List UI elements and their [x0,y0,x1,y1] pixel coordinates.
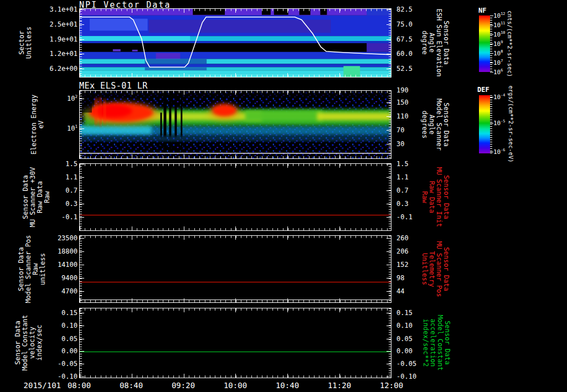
colorbar-major-tick [490,53,493,54]
y-major-tick [386,9,391,10]
panel4-right-axis-label: Sensor DataMU Scanner PosTelemetryUnitle… [421,241,450,297]
y-major-tick [80,164,84,164]
data-trace-line [80,352,391,352]
y-major-tick [386,278,391,278]
y-major-tick [80,376,84,377]
panel1-left-tick-label: 6.2e+00 [22,65,78,73]
scanner-pos-panel [79,235,391,303]
y-major-tick [386,130,391,131]
panel5-right-tick-label: 0.05 [396,335,413,343]
colorbar-major-tick [490,44,493,44]
y-major-tick [386,339,391,339]
colorbar-tick-label: 109 [493,40,503,48]
y-major-tick [386,204,391,204]
panel3-right-tick-label: 0.7 [396,187,409,194]
y-major-tick [386,177,391,178]
y-major-tick [386,54,391,54]
y-major-tick [386,190,391,191]
y-major-tick [80,238,84,239]
y-major-tick [386,326,391,326]
x-axis-tick-label: 09:20 [166,381,201,390]
panel2-right-tick-label: 190 [396,86,409,94]
panel1-right-axis-label: Sensor DataESH Sun ElevationAngledegree [421,9,450,77]
colorbar-def-unit-label: ergs/(cm**2-sr-sec-eV) [508,85,514,162]
x-major-ticks [80,73,391,77]
y-major-tick [386,217,391,218]
y-minor-ticks [389,164,391,230]
x-major-ticks [80,236,391,240]
y-major-tick [386,116,391,117]
y-major-tick [386,238,391,239]
panel5-left-tick-label: -0.10 [22,373,78,380]
colorbar-tick-label: 106 [493,69,503,76]
y-major-tick [80,69,84,69]
y-major-tick [80,177,84,178]
x-axis-date-label: 2015/101 [17,381,61,390]
y-major-tick [386,376,391,377]
y-major-tick [386,39,391,40]
x-major-ticks [80,91,391,95]
panel2-title: MEx ELS-01 LR [79,81,148,91]
panel1-left-tick-label: 3.1e+01 [22,6,78,13]
y-minor-ticks [80,164,82,230]
y-minor-ticks [80,308,82,378]
npi-spectrogram-panel [79,8,391,78]
colorbar-major-tick [490,123,493,123]
panel4-right-tick-label: 260 [396,234,409,242]
colorbar-major-tick [490,72,493,73]
colorbar-nf-unit-label: cnts/(cm**2-sr-sec) [507,11,513,77]
y-major-tick [386,265,391,265]
y-major-tick [80,190,84,191]
colorbar-def-title: DEF [477,86,489,94]
y-major-tick [80,291,84,292]
y-minor-ticks [389,236,391,302]
x-major-ticks [80,308,391,312]
panel3-right-tick-label: 1.1 [396,173,409,181]
y-major-tick [80,351,84,352]
panel2-right-tick-label: 30 [396,140,404,148]
x-axis-tick-label: 08:00 [61,381,97,390]
colorbar-major-tick [490,16,493,16]
panel3-right-tick-label: 1.5 [396,160,409,168]
y-minor-ticks [389,9,391,77]
panel5-right-tick-label: 0.10 [396,322,413,329]
panel1-right-tick-label: 82.5 [396,6,413,13]
y-minor-ticks [80,9,82,77]
y-major-tick [386,351,391,352]
colorbar-major-tick [490,63,493,63]
mu-scanner-30v-panel [79,163,391,231]
colorbar-major-tick [490,97,493,97]
panel5-right-tick-label: -0.05 [396,360,416,368]
x-axis-tick-label: 10:40 [270,381,305,390]
colorbar-tick-label: 10-4 [493,94,505,101]
y-major-tick [386,69,391,69]
y-minor-ticks [389,308,391,378]
y-major-tick [80,326,84,326]
y-major-tick [386,102,391,103]
plot-screen: NPI Vector Data MEx ELS-01 LR [0,0,567,392]
panel2-right-tick-label: 150 [396,99,409,106]
x-axis-tick-label: 10:00 [218,381,253,390]
colorbar-major-tick [490,34,493,35]
panel1-right-tick-label: 52.5 [396,65,413,73]
panel2-left-axis-label: Electron EnergyeV [30,95,45,154]
data-trace-line [80,300,391,300]
x-major-ticks [80,164,391,168]
y-minor-ticks [80,236,82,302]
panel5-right-tick-label: -0.10 [396,373,416,380]
colorbar-nf-title: NF [478,7,486,14]
colorbar-tick-label: 108 [493,50,503,57]
y-major-tick [80,24,84,25]
y-major-tick [80,99,84,99]
x-major-ticks [80,226,391,230]
y-major-tick [386,364,391,364]
y-minor-ticks [80,91,82,158]
colorbar-def-tickmarks [490,95,492,153]
panel2-right-tick-label: 110 [396,112,409,120]
colorbar-nf-gradient [479,16,490,72]
x-major-ticks [80,154,391,158]
x-axis-tick-label: 12:00 [374,381,409,390]
y-major-tick [80,204,84,204]
panel4-right-tick-label: 98 [396,274,404,282]
y-major-tick [80,54,84,54]
